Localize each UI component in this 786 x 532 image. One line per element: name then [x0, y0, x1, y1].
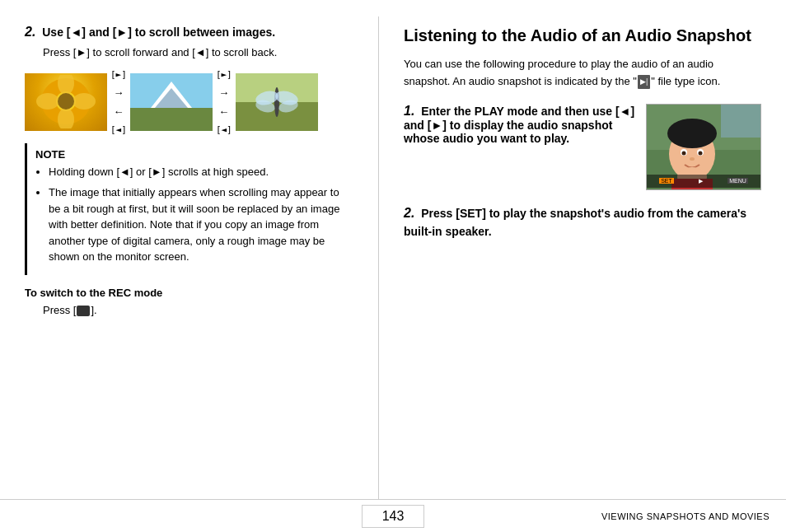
svg-point-6 — [58, 93, 74, 110]
bracket-left-bot2: [◄] — [216, 124, 232, 135]
svg-point-27 — [690, 157, 695, 161]
svg-point-5 — [73, 93, 96, 110]
content-area: 2. Use [◄] and [►] to scroll between ima… — [0, 0, 786, 499]
footer-right-text: VIEWING SNAPSHOTS AND MOVIES — [424, 511, 770, 521]
step1-heading-text: Enter the PLAY mode and then use [◄] and… — [404, 105, 634, 145]
dragonfly-image — [236, 73, 318, 131]
svg-point-25 — [682, 151, 686, 155]
page-number: 143 — [362, 505, 425, 528]
right-intro: You can use the following procedure to p… — [404, 56, 761, 91]
svg-point-4 — [36, 93, 59, 110]
ctrl-vol: ▶ — [699, 178, 703, 184]
file-type-icon: ▶| — [638, 75, 650, 88]
camera-icon-inline — [77, 306, 90, 316]
arrows-left-mid: [►] → ← [◄] — [110, 69, 127, 135]
step2-subtext: Press [►] to scroll forward and [◄] to s… — [43, 44, 353, 61]
arrow-right-symbol2: → — [218, 86, 229, 99]
step2-text: 2. Press [SET] to play the snapshot's au… — [404, 203, 761, 240]
svg-point-13 — [274, 87, 279, 117]
arrow-left-symbol: ← — [113, 105, 124, 118]
note-item-2: The image that initially appears when sc… — [49, 184, 345, 265]
page-container: 2. Use [◄] and [►] to scroll between ima… — [0, 0, 786, 532]
svg-point-26 — [699, 151, 703, 155]
ctrl-menu: MENU — [728, 178, 748, 184]
step1-text-block: 1. Enter the PLAY mode and then use [◄] … — [404, 104, 636, 152]
right-step2: 2. Press [SET] to play the snapshot's au… — [404, 203, 761, 240]
arrows-right-mid: [►] → ← [◄] — [216, 69, 232, 135]
snapshot-controls-bar: SET ▶ MENU — [647, 175, 760, 188]
right-column: Listening to the Audio of an Audio Snaps… — [379, 16, 786, 499]
note-item-1: Holding down [◄] or [►] scrolls at high … — [49, 164, 345, 180]
footer-bar: 143 VIEWING SNAPSHOTS AND MOVIES — [0, 499, 786, 532]
right-step1: 1. Enter the PLAY mode and then use [◄] … — [404, 104, 761, 190]
step2-number: 2. — [25, 25, 35, 39]
step2-heading-right: Press [SET] to play the snapshot's audio… — [404, 207, 746, 238]
step1-content: 1. Enter the PLAY mode and then use [◄] … — [404, 104, 761, 190]
step2-heading-text: Use [◄] and [►] to scroll between images… — [42, 26, 275, 39]
note-title: NOTE — [35, 148, 345, 161]
note-box: NOTE Holding down [◄] or [►] scrolls at … — [25, 143, 353, 275]
ctrl-set: SET — [659, 178, 674, 184]
step1-number: 1. — [404, 104, 414, 118]
step1-heading: 1. Enter the PLAY mode and then use [◄] … — [404, 104, 636, 145]
step2-heading: 2. Use [◄] and [►] to scroll between ima… — [25, 25, 353, 40]
bracket-left-bot: [◄] — [110, 124, 127, 135]
images-row: [►] → ← [◄] [►] → — [25, 69, 353, 135]
snapshot-image: SET ▶ MENU — [646, 104, 761, 190]
rec-mode-heading: To switch to the REC mode — [25, 287, 353, 299]
svg-point-22 — [667, 119, 717, 148]
mountain-image — [130, 73, 213, 131]
svg-rect-20 — [721, 105, 761, 138]
section-title: Listening to the Audio of an Audio Snaps… — [404, 25, 761, 46]
bracket-right-top2: [►] — [216, 69, 232, 80]
svg-rect-8 — [130, 108, 213, 131]
left-column: 2. Use [◄] and [►] to scroll between ima… — [0, 16, 379, 499]
rec-mode-text: Press []. — [43, 302, 353, 319]
arrow-right-symbol: → — [113, 86, 124, 99]
arrow-left-symbol2: ← — [218, 105, 229, 118]
intro-text-2: " file type icon. — [651, 75, 720, 87]
step2-number-right: 2. — [404, 206, 414, 220]
flower-image — [25, 73, 107, 131]
bracket-right-top: [►] — [110, 69, 127, 80]
note-list: Holding down [◄] or [►] scrolls at high … — [35, 164, 345, 265]
